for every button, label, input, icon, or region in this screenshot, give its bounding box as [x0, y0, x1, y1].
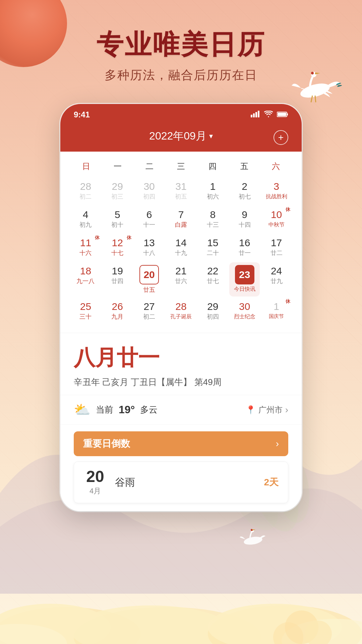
- main-title: 专业唯美日历: [0, 27, 362, 63]
- weather-icon: ⛅: [74, 402, 90, 418]
- calendar-header: 2022年09月 ▾ +: [60, 123, 302, 152]
- countdown-section: 重要日倒数 › 20 4月 谷雨 2天: [60, 424, 302, 511]
- table-row[interactable]: 15二十: [197, 234, 228, 261]
- countdown-title: 重要日倒数: [83, 437, 130, 450]
- city-name: 广州市: [258, 405, 283, 415]
- table-row[interactable]: 16廿一: [229, 234, 260, 261]
- cloud-decoration: [0, 493, 362, 644]
- day-header-thu: 四: [197, 158, 228, 174]
- calendar-days: 28初二 29初三 30初四 31初五 1初六 2初七 3抗战胜利 4初九 5初…: [70, 178, 292, 325]
- day-header-fri: 五: [228, 158, 260, 174]
- table-row[interactable]: 28初二: [70, 178, 101, 205]
- wifi-icon: [264, 110, 273, 119]
- table-row[interactable]: 7白露: [166, 206, 196, 233]
- lunar-detail-display: 辛丑年 己亥月 丁丑日【属牛】 第49周: [74, 376, 288, 388]
- status-icons: [251, 110, 288, 119]
- crane-bottom-icon: [238, 527, 268, 550]
- svg-rect-22: [251, 115, 252, 117]
- add-event-button[interactable]: +: [274, 130, 288, 145]
- table-row[interactable]: 27初二: [134, 298, 165, 325]
- countdown-header[interactable]: 重要日倒数 ›: [74, 431, 288, 456]
- weather-prefix: 当前: [96, 404, 113, 416]
- day-header-sun: 日: [70, 158, 102, 174]
- month-year-label: 2022年09月: [149, 129, 206, 144]
- table-row[interactable]: 2初七: [229, 178, 260, 205]
- table-row[interactable]: 19廿四: [102, 262, 133, 297]
- calendar-grid: 日 一 二 三 四 五 六 28初二 29初三 30初四 31初五 1初六 2初…: [60, 152, 302, 333]
- countdown-day-number: 20: [83, 469, 107, 485]
- status-time: 9:41: [74, 110, 90, 119]
- table-row[interactable]: 22廿七: [197, 262, 228, 297]
- lunar-date-display: 八月廿一: [74, 343, 288, 372]
- table-row[interactable]: 18九一八: [70, 262, 101, 297]
- weather-arrow-icon: ›: [285, 405, 288, 415]
- countdown-event-name: 谷雨: [115, 476, 256, 489]
- table-row[interactable]: 24廿九: [261, 262, 292, 297]
- countdown-header-arrow-icon: ›: [276, 438, 279, 449]
- countdown-month-label: 4月: [83, 486, 107, 496]
- table-row[interactable]: 29初三: [102, 178, 133, 205]
- svg-point-19: [243, 535, 263, 546]
- countdown-remaining-days: 2天: [264, 476, 279, 489]
- day-header-tue: 二: [134, 158, 165, 174]
- table-row[interactable]: 17廿二: [261, 234, 292, 261]
- table-row[interactable]: 29初四: [197, 298, 228, 325]
- svg-line-18: [315, 96, 316, 102]
- title-area: 专业唯美日历 多种历法，融合后历历在日: [0, 27, 362, 84]
- table-row[interactable]: 8十三: [197, 206, 228, 233]
- day-header-mon: 一: [102, 158, 133, 174]
- table-row[interactable]: 13十八: [134, 234, 165, 261]
- table-row[interactable]: 12 休 十七: [102, 234, 133, 261]
- table-row[interactable]: 1初六: [197, 178, 228, 205]
- svg-rect-23: [253, 113, 255, 117]
- weather-description: 多云: [140, 404, 158, 416]
- table-row[interactable]: 30烈士纪念: [229, 298, 260, 325]
- battery-icon: [277, 110, 288, 119]
- dropdown-icon: ▾: [209, 132, 213, 141]
- table-row[interactable]: 31初五: [166, 178, 196, 205]
- svg-rect-24: [255, 112, 257, 117]
- status-bar: 9:41: [60, 104, 302, 123]
- countdown-item[interactable]: 20 4月 谷雨 2天: [74, 462, 288, 503]
- table-row[interactable]: 5初十: [102, 206, 133, 233]
- countdown-date: 20 4月: [83, 469, 107, 496]
- table-row[interactable]: 14十九: [166, 234, 196, 261]
- phone-mockup: 9:41: [60, 104, 302, 511]
- svg-rect-27: [287, 113, 288, 115]
- day-20-selected[interactable]: 20 廿五: [134, 262, 165, 297]
- date-info-section: 八月廿一 辛丑年 己亥月 丁丑日【属牛】 第49周: [60, 333, 302, 395]
- location-pin-icon: 📍: [246, 405, 256, 415]
- day-header-wed: 三: [165, 158, 197, 174]
- sub-title: 多种历法，融合后历历在日: [0, 67, 362, 84]
- table-row[interactable]: 4初九: [70, 206, 101, 233]
- table-row[interactable]: 9十四: [229, 206, 260, 233]
- day-headers: 日 一 二 三 四 五 六: [70, 158, 292, 174]
- table-row[interactable]: 26九月: [102, 298, 133, 325]
- table-row[interactable]: 11 休 十六: [70, 234, 101, 261]
- signal-icon: [251, 110, 260, 119]
- weather-right[interactable]: 📍 广州市 ›: [246, 405, 288, 415]
- weather-left: ⛅ 当前 19° 多云: [74, 402, 158, 418]
- weather-section: ⛅ 当前 19° 多云 📍 广州市 ›: [60, 395, 302, 424]
- table-row[interactable]: 3抗战胜利: [261, 178, 292, 205]
- table-row[interactable]: 30初四: [134, 178, 165, 205]
- svg-rect-28: [278, 113, 286, 116]
- table-row[interactable]: 28孔子诞辰: [166, 298, 196, 325]
- day-23-today[interactable]: 23 今日快讯: [229, 262, 260, 297]
- table-row[interactable]: 6十一: [134, 206, 165, 233]
- table-row[interactable]: 1 休 国庆节: [261, 298, 292, 325]
- table-row[interactable]: 25三十: [70, 298, 101, 325]
- svg-rect-25: [258, 111, 259, 117]
- table-row[interactable]: 21廿六: [166, 262, 196, 297]
- table-row[interactable]: 10 休 中秋节: [261, 206, 292, 233]
- day-header-sat: 六: [260, 158, 292, 174]
- temperature-display: 19°: [119, 404, 135, 416]
